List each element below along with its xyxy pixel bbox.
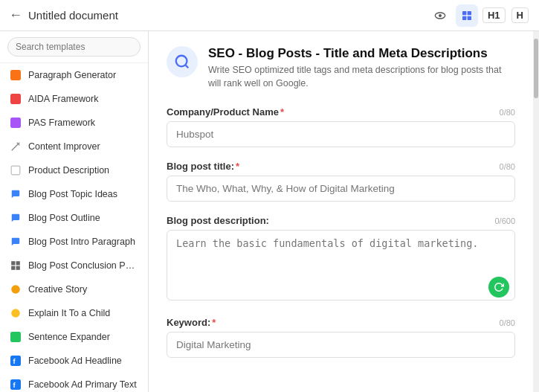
company-count: 0/80: [500, 108, 515, 117]
back-button[interactable]: ←: [9, 7, 22, 23]
blog-title-label-row: Blog post title:* 0/80: [167, 161, 515, 172]
blog-post-conclusion-label: Blog Post Conclusion Par...: [28, 260, 139, 271]
blog-post-conclusion-icon: [9, 259, 22, 272]
sidebar-item-blog-post-intro-paragraph[interactable]: Blog Post Intro Paragraph➤: [0, 230, 148, 254]
svg-rect-12: [11, 261, 15, 265]
header-actions: H1 H: [429, 4, 530, 27]
sidebar-item-facebook-ad-headline[interactable]: fFacebook Ad Headline: [0, 349, 148, 373]
blog-post-topic-ideas-label: Blog Post Topic Ideas: [28, 189, 139, 199]
blog-post-topic-ideas-icon: [9, 187, 22, 201]
svg-rect-11: [11, 166, 20, 175]
svg-rect-21: [10, 379, 21, 390]
header: ← Untitled document H1 H: [0, 0, 539, 31]
blog-desc-label: Blog post description:: [167, 215, 269, 226]
facebook-ad-headline-label: Facebook Ad Headline: [28, 356, 139, 366]
document-title: Untitled document: [28, 9, 429, 22]
aida-framework-icon: [9, 92, 22, 106]
sidebar-item-blog-post-conclusion[interactable]: Blog Post Conclusion Par...: [0, 254, 148, 277]
eye-icon-button[interactable]: [429, 4, 451, 27]
aida-framework-label: AIDA Framework: [28, 94, 139, 104]
blog-title-field: Blog post title:* 0/80: [167, 161, 515, 202]
sidebar-item-blog-post-outline[interactable]: Blog Post Outline: [0, 206, 148, 230]
sidebar-search-area: [0, 31, 148, 63]
pas-framework-label: PAS Framework: [28, 118, 139, 128]
svg-line-26: [185, 65, 188, 68]
layout-icon-button[interactable]: [456, 4, 478, 27]
svg-point-25: [176, 56, 187, 67]
tool-title: SEO - Blog Posts - Title and Meta Descri…: [208, 46, 515, 61]
sidebar-list: Paragraph GeneratorAIDA FrameworkPAS Fra…: [0, 63, 148, 392]
sidebar-item-sentence-expander[interactable]: Sentence Expander: [0, 325, 148, 349]
keyword-label: Keyword:*: [167, 317, 216, 328]
facebook-ad-primary-icon: f: [9, 378, 22, 391]
explain-it-to-child-label: Explain It To a Child: [28, 308, 139, 318]
blog-post-intro-paragraph-label: Blog Post Intro Paragraph: [28, 237, 139, 247]
sidebar-item-aida-framework[interactable]: AIDA Framework: [0, 87, 148, 111]
creative-story-label: Creative Story: [28, 284, 139, 295]
svg-rect-15: [16, 266, 20, 270]
svg-point-16: [11, 285, 20, 294]
blog-title-input[interactable]: [167, 176, 515, 202]
tool-description: Write SEO optimized title tags and meta …: [208, 64, 515, 90]
scroll-track: [533, 31, 539, 392]
content-improver-label: Content Improver: [28, 141, 139, 152]
tool-header: SEO - Blog Posts - Title and Meta Descri…: [167, 46, 515, 90]
svg-rect-5: [468, 16, 471, 19]
company-input[interactable]: [167, 121, 515, 147]
company-field: Company/Product Name* 0/80: [167, 106, 515, 147]
product-description-label: Product Description: [28, 165, 139, 176]
sentence-expander-label: Sentence Expander: [28, 332, 139, 342]
blog-post-intro-paragraph-icon: [9, 235, 22, 248]
keyword-input[interactable]: [167, 332, 515, 358]
company-label: Company/Product Name*: [167, 106, 284, 118]
svg-point-1: [439, 14, 442, 17]
sidebar-item-blog-post-topic-ideas[interactable]: Blog Post Topic Ideas: [0, 182, 148, 206]
tool-info: SEO - Blog Posts - Title and Meta Descri…: [208, 46, 515, 90]
blog-title-label: Blog post title:*: [167, 161, 239, 172]
sidebar-item-creative-story[interactable]: Creative Story: [0, 277, 148, 301]
explain-it-to-child-icon: [9, 306, 22, 320]
paragraph-generator-label: Paragraph Generator: [28, 70, 139, 80]
h1-button[interactable]: H1: [482, 7, 506, 23]
sidebar-item-content-improver[interactable]: Content Improver: [0, 135, 148, 158]
sidebar-item-facebook-ad-primary[interactable]: fFacebook Ad Primary Text: [0, 373, 148, 392]
pas-framework-icon: [9, 116, 22, 129]
blog-desc-wrapper: [167, 230, 515, 303]
svg-rect-13: [16, 261, 20, 265]
blog-desc-label-row: Blog post description: 0/600: [167, 215, 515, 226]
svg-rect-19: [10, 356, 21, 366]
keyword-field: Keyword:* 0/80: [167, 317, 515, 358]
svg-rect-18: [10, 332, 21, 342]
h2-button[interactable]: H: [511, 7, 529, 23]
refresh-button[interactable]: [488, 277, 509, 298]
content-improver-icon: [9, 140, 22, 153]
svg-point-17: [11, 309, 20, 318]
product-description-icon: [9, 164, 22, 177]
content-area: SEO - Blog Posts - Title and Meta Descri…: [149, 31, 533, 392]
sidebar-item-product-description[interactable]: Product Description➤: [0, 158, 148, 182]
sidebar: Paragraph GeneratorAIDA FrameworkPAS Fra…: [0, 31, 149, 392]
sidebar-item-pas-framework[interactable]: PAS Framework: [0, 111, 148, 135]
blog-post-outline-label: Blog Post Outline: [28, 213, 139, 223]
creative-story-icon: [9, 283, 22, 296]
scroll-thumb[interactable]: [534, 39, 538, 98]
search-input[interactable]: [7, 37, 141, 57]
keyword-label-row: Keyword:* 0/80: [167, 317, 515, 328]
svg-rect-6: [10, 70, 21, 80]
blog-desc-field: Blog post description: 0/600: [167, 215, 515, 303]
main-layout: Paragraph GeneratorAIDA FrameworkPAS Fra…: [0, 31, 539, 392]
blog-desc-count: 0/600: [494, 216, 515, 225]
company-label-row: Company/Product Name* 0/80: [167, 106, 515, 118]
facebook-ad-primary-label: Facebook Ad Primary Text: [28, 379, 139, 390]
svg-rect-3: [468, 11, 471, 15]
sidebar-item-explain-it-to-child[interactable]: Explain It To a Child➤: [0, 301, 148, 325]
tool-icon: [167, 46, 198, 77]
svg-rect-14: [11, 266, 15, 270]
svg-rect-8: [10, 118, 21, 128]
blog-desc-textarea[interactable]: [167, 230, 515, 301]
blog-post-outline-icon: [9, 211, 22, 225]
sidebar-item-paragraph-generator[interactable]: Paragraph Generator: [0, 63, 148, 87]
paragraph-generator-icon: [9, 68, 22, 82]
keyword-count: 0/80: [500, 318, 515, 327]
svg-rect-4: [462, 16, 466, 19]
